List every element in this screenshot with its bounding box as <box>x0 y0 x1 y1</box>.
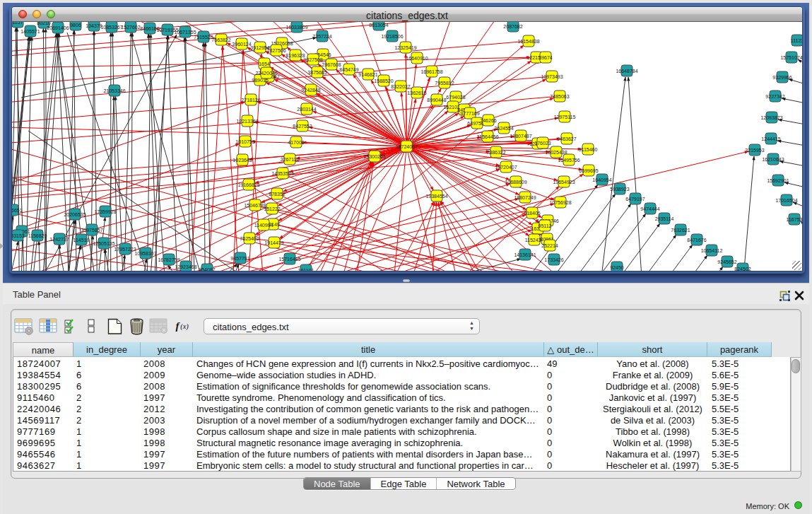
svg-text:12923468: 12923468 <box>175 264 196 269</box>
svg-text:19166825: 19166825 <box>237 182 259 187</box>
svg-text:1588520: 1588520 <box>374 78 393 83</box>
svg-text:6794028: 6794028 <box>446 95 465 100</box>
svg-text:16648784: 16648784 <box>616 69 637 74</box>
svg-text:15720407: 15720407 <box>495 165 517 170</box>
svg-text:3215953: 3215953 <box>745 148 764 153</box>
svg-text:9146821: 9146821 <box>358 72 377 77</box>
svg-text:7515526: 7515526 <box>194 35 213 40</box>
svg-text:878352: 878352 <box>269 192 285 197</box>
svg-text:16154838: 16154838 <box>517 39 539 44</box>
svg-text:1405571: 1405571 <box>20 29 40 34</box>
svg-text:16640910: 16640910 <box>406 56 428 61</box>
svg-text:8813054: 8813054 <box>369 23 388 28</box>
svg-text:30975857: 30975857 <box>81 228 102 233</box>
svg-text:8322037: 8322037 <box>391 84 410 89</box>
svg-text:17359928: 17359928 <box>94 209 116 214</box>
svg-text:5938923: 5938923 <box>610 187 629 192</box>
svg-text:17016504: 17016504 <box>775 198 797 203</box>
svg-text:1654: 1654 <box>259 62 270 66</box>
svg-text:8196328: 8196328 <box>286 53 305 58</box>
svg-text:1914479: 1914479 <box>264 240 283 245</box>
svg-text:9227342: 9227342 <box>765 94 784 99</box>
svg-text:9806: 9806 <box>70 23 81 28</box>
svg-text:8454749: 8454749 <box>339 67 358 72</box>
svg-text:252214: 252214 <box>541 243 558 248</box>
svg-text:8471676: 8471676 <box>687 238 706 243</box>
svg-text:19218506: 19218506 <box>381 34 403 39</box>
svg-text:15716485: 15716485 <box>278 257 300 262</box>
svg-text:2803144: 2803144 <box>297 107 316 112</box>
svg-text:3875685: 3875685 <box>307 70 326 75</box>
svg-text:918406: 918406 <box>524 211 540 216</box>
svg-text:9327508: 9327508 <box>303 57 322 62</box>
svg-text:9115460: 9115460 <box>579 147 598 152</box>
svg-text:417006: 417006 <box>288 140 304 145</box>
svg-text:11123: 11123 <box>791 38 802 43</box>
svg-text:3624554: 3624554 <box>494 126 513 131</box>
svg-text:15751074: 15751074 <box>780 55 802 60</box>
svg-text:1010755: 1010755 <box>235 139 254 144</box>
svg-text:18724007: 18724007 <box>396 144 418 149</box>
svg-text:1640954: 1640954 <box>592 177 611 182</box>
svg-text:92450: 92450 <box>610 265 624 270</box>
svg-text:(x): (x) <box>180 322 189 331</box>
svg-text:20206535: 20206535 <box>64 212 86 217</box>
svg-text:21564456: 21564456 <box>476 134 498 139</box>
svg-text:2967608: 2967608 <box>322 62 341 67</box>
svg-text:1527602: 1527602 <box>121 25 140 30</box>
svg-text:7955812: 7955812 <box>435 81 454 86</box>
svg-text:12325419: 12325419 <box>394 45 416 50</box>
svg-text:2718126: 2718126 <box>241 98 260 103</box>
svg-text:9329966: 9329966 <box>772 75 792 80</box>
svg-text:9242848: 9242848 <box>301 88 320 93</box>
svg-text:1327506: 1327506 <box>266 48 286 53</box>
svg-text:9245652: 9245652 <box>717 259 736 264</box>
svg-text:116753: 116753 <box>787 217 802 222</box>
svg-text:10958107: 10958107 <box>134 251 156 256</box>
svg-text:7625402: 7625402 <box>240 236 259 241</box>
svg-text:104379: 104379 <box>86 23 102 28</box>
svg-text:15046788: 15046788 <box>244 203 266 208</box>
svg-text:10654112: 10654112 <box>701 248 723 253</box>
svg-text:10025438: 10025438 <box>545 150 567 155</box>
svg-text:12975115: 12975115 <box>554 115 576 119</box>
svg-text:10973493: 10973493 <box>541 74 563 79</box>
svg-text:20691406: 20691406 <box>47 25 69 30</box>
svg-text:14353594: 14353594 <box>271 171 293 176</box>
svg-text:16961758: 16961758 <box>420 69 442 74</box>
svg-text:1140994: 1140994 <box>254 223 273 228</box>
svg-text:10688609: 10688609 <box>505 180 526 185</box>
svg-text:114519: 114519 <box>73 238 90 243</box>
svg-text:7663822: 7663822 <box>211 37 230 42</box>
svg-text:14136141: 14136141 <box>514 252 536 257</box>
svg-text:10756928: 10756928 <box>549 200 571 205</box>
svg-text:1157: 1157 <box>12 22 23 25</box>
svg-text:176023: 176023 <box>534 141 551 146</box>
svg-text:17957223: 17957223 <box>114 247 136 252</box>
svg-text:9457791: 9457791 <box>230 256 249 261</box>
svg-text:10807487: 10807487 <box>510 134 531 139</box>
svg-text:3960124: 3960124 <box>232 42 251 47</box>
svg-text:2626651: 2626651 <box>12 208 23 213</box>
svg-text:6699695: 6699695 <box>579 168 598 173</box>
svg-text:6479197: 6479197 <box>625 197 645 201</box>
svg-text:7485063: 7485063 <box>550 94 569 99</box>
svg-text:151222: 151222 <box>264 206 280 211</box>
svg-text:21053346: 21053346 <box>103 88 125 93</box>
svg-text:15692901: 15692901 <box>767 178 789 183</box>
svg-text:9474444: 9474444 <box>640 206 659 211</box>
svg-text:1244415: 1244415 <box>761 136 780 141</box>
svg-text:33153: 33153 <box>12 233 25 238</box>
svg-text:9463627: 9463627 <box>557 136 576 141</box>
svg-text:1242737: 1242737 <box>49 237 69 242</box>
svg-text:3267110: 3267110 <box>281 157 300 162</box>
svg-text:1362615: 1362615 <box>407 90 426 95</box>
svg-text:39674: 39674 <box>539 55 553 60</box>
svg-text:12093873: 12093873 <box>760 115 782 120</box>
svg-text:8990448: 8990448 <box>427 98 446 103</box>
svg-text:10671355: 10671355 <box>174 30 196 35</box>
svg-text:1733426: 1733426 <box>544 257 563 262</box>
svg-text:2935114: 2935114 <box>655 216 674 221</box>
svg-text:9777169: 9777169 <box>460 111 479 116</box>
svg-text:2087682: 2087682 <box>503 24 522 29</box>
